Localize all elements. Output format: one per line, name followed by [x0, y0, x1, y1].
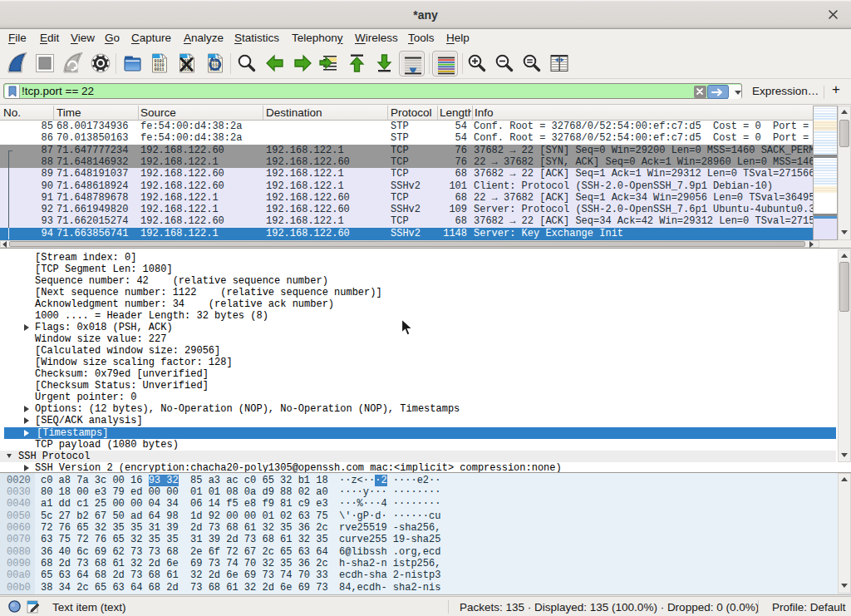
svg-text:0011: 0011 [155, 67, 165, 72]
